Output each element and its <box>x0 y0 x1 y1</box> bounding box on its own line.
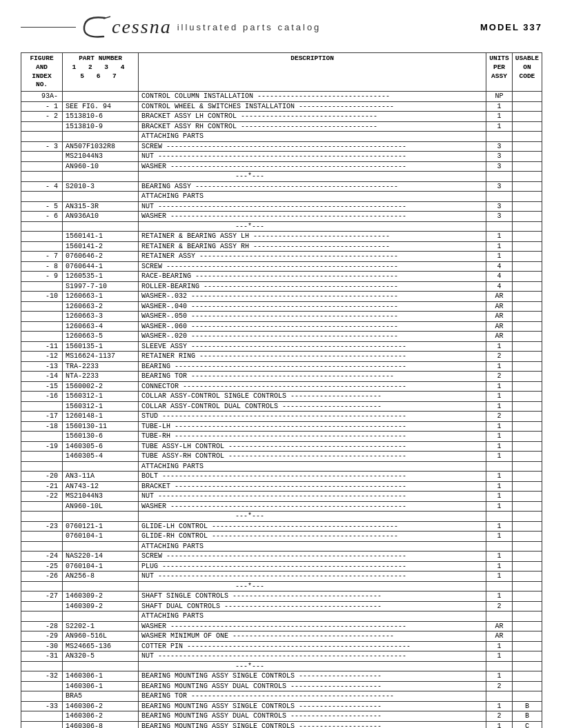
cell-part <box>63 541 139 552</box>
cell-part: 0760646-2 <box>63 252 139 262</box>
cell-usable <box>512 452 542 462</box>
cell-usable <box>512 512 542 522</box>
cell-units: 1 <box>486 552 513 562</box>
cell-figure: 93A- <box>21 92 63 102</box>
cell-usable <box>512 192 542 202</box>
table-row: - 5AN315-3RNUT -------------------------… <box>21 201 542 212</box>
cell-desc: BRACKET --------------------------------… <box>139 481 486 492</box>
cell-desc: ---*--- <box>139 581 486 592</box>
table-row: 1460306-2BEARING MOUNTING ASSY DUAL CONT… <box>21 711 542 722</box>
cell-units: 1 <box>486 241 513 252</box>
cell-figure: - 7 <box>21 252 63 262</box>
cell-desc: RACE-BEARING ---------------------------… <box>139 272 486 282</box>
cell-usable <box>512 671 542 682</box>
cell-part: 1560312-1 <box>63 401 139 412</box>
cell-part: 1260148-1 <box>63 412 139 422</box>
table-row: - 4S2010-3 BEARING ASSY ----------------… <box>21 181 542 192</box>
cell-part: 1260663-2 <box>63 301 139 312</box>
cell-figure <box>21 241 63 252</box>
table-row: 1560141-2RETAINER & BEARING ASSY RH ----… <box>21 241 542 252</box>
cell-units: 2 <box>486 681 513 691</box>
cell-units <box>486 172 513 182</box>
cell-figure <box>21 132 63 142</box>
cell-part: S2010-3 <box>63 181 139 192</box>
cell-units: 1 <box>486 671 513 682</box>
cell-part: 1460306-1 <box>63 681 139 691</box>
cell-desc: NUT ------------------------------------… <box>139 572 486 582</box>
cell-figure <box>21 161 63 172</box>
cell-desc: BEARING MOUNTING ASSY DUAL CONTROLS ----… <box>139 711 486 722</box>
col-header-units: UNITSPERASSY <box>486 53 513 92</box>
cell-usable <box>512 292 542 302</box>
table-row: -101260663-1 WASHER-.032 ---------------… <box>21 292 542 302</box>
cell-units: 1 <box>486 651 513 662</box>
cell-figure: -13 <box>21 361 63 372</box>
cell-usable <box>512 691 542 702</box>
table-row: ATTACHING PARTS <box>21 541 542 552</box>
cell-desc: TUBE ASSY-LH CONTROL -------------------… <box>139 441 486 452</box>
cell-figure: -23 <box>21 521 63 532</box>
cell-usable <box>512 381 542 392</box>
cell-usable: B <box>512 701 542 711</box>
cell-desc: WASHER MINIMUM OF ONE ------------------… <box>139 631 486 642</box>
table-row: -26AN256-8NUT --------------------------… <box>21 572 542 582</box>
cell-units: 1 <box>486 532 513 542</box>
table-row: ---*--- <box>21 581 542 592</box>
table-row: 1260663-3 WASHER-.050 ------------------… <box>21 312 542 322</box>
cell-figure: -21 <box>21 481 63 492</box>
cell-units: 1 <box>486 592 513 602</box>
cell-usable <box>512 572 542 582</box>
cell-desc: WASHER ---------------------------------… <box>139 212 486 222</box>
cell-desc: WASHER-.040 ----------------------------… <box>139 301 486 312</box>
table-row: ---*--- <box>21 221 542 232</box>
cell-figure: -32 <box>21 671 63 682</box>
cell-desc: SCREW ----------------------------------… <box>139 552 486 562</box>
cell-part: S2202-1 <box>63 621 139 631</box>
cell-part: S1997-7-10 <box>63 281 139 292</box>
cell-usable <box>512 501 542 512</box>
table-row: ATTACHING PARTS <box>21 192 542 202</box>
cell-usable <box>512 561 542 572</box>
cell-units <box>486 221 513 232</box>
cell-desc: TUBE ASSY-RH CONTROL -------------------… <box>139 452 486 462</box>
table-row: - 1SEE FIG. 94CONTROL WHEEL & SWITCHES I… <box>21 101 542 112</box>
table-row: -13TRA-2233BEARING ---------------------… <box>21 361 542 372</box>
cell-desc: ---*--- <box>139 512 486 522</box>
cell-figure <box>21 691 63 702</box>
cell-usable <box>512 101 542 112</box>
col-header-part: PART NUMBER1 2 3 4 5 6 7 <box>63 53 139 92</box>
cell-usable <box>512 392 542 402</box>
table-row: MS21044N3NUT ---------------------------… <box>21 152 542 162</box>
cell-figure: -17 <box>21 412 63 422</box>
cell-usable <box>512 611 542 622</box>
cell-usable <box>512 352 542 362</box>
table-row: 1560312-1COLLAR ASSY-CONTROL DUAL CONTRO… <box>21 401 542 412</box>
logo-area: cessna illustrated parts catalog <box>21 14 321 40</box>
cell-units: 1 <box>486 501 513 512</box>
cell-usable <box>512 432 542 442</box>
cell-part: 1260663-5 <box>63 332 139 342</box>
cell-units: 2 <box>486 372 513 382</box>
cell-figure: -14 <box>21 372 63 382</box>
cell-figure: -30 <box>21 641 63 651</box>
cell-units: 4 <box>486 261 513 272</box>
cell-usable <box>512 272 542 282</box>
cell-figure: - 9 <box>21 272 63 282</box>
cell-part: 0760121-1 <box>63 521 139 532</box>
table-row: 0760104-1 GLIDE-RH CONTROL -------------… <box>21 532 542 542</box>
table-row: ATTACHING PARTS <box>21 461 542 472</box>
cell-units: 1 <box>486 721 513 728</box>
cell-units: 1 <box>486 481 513 492</box>
cell-units: 1 <box>486 381 513 392</box>
cell-figure <box>21 611 63 622</box>
cell-units: 2 <box>486 711 513 722</box>
cell-desc: ---*--- <box>139 172 486 182</box>
cell-part: AN743-12 <box>63 481 139 492</box>
cell-usable <box>512 581 542 592</box>
cell-figure <box>21 532 63 542</box>
cell-part: AN960-10L <box>63 501 139 512</box>
table-row: -28S2202-1WASHER -----------------------… <box>21 621 542 631</box>
table-row: -31AN320-5NUT --------------------------… <box>21 651 542 662</box>
cell-units <box>486 541 513 552</box>
cell-usable <box>512 332 542 342</box>
